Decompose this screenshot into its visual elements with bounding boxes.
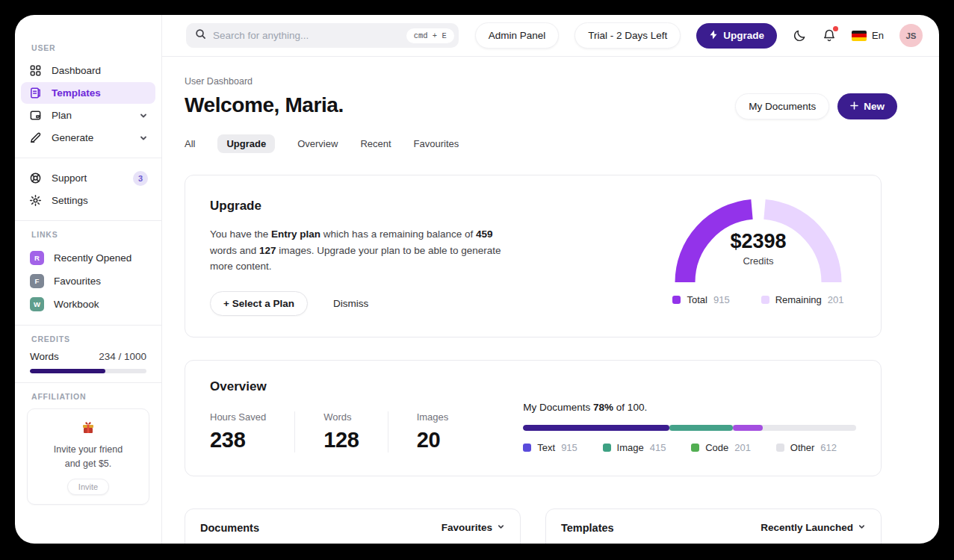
search-shortcut-badge: cmd + E	[406, 28, 454, 43]
dashboard-content: User Dashboard Welcome, Maria. My Docume…	[162, 57, 939, 544]
legend-swatch	[776, 444, 784, 452]
german-flag-icon	[852, 31, 867, 41]
overview-card-title: Overview	[210, 379, 856, 394]
sidebar-item-label: Support	[52, 172, 87, 184]
legend-item-total: Total 915	[672, 294, 729, 305]
user-avatar[interactable]: JS	[899, 24, 923, 47]
templates-card-title: Templates	[561, 522, 614, 534]
chevron-down-icon	[858, 522, 866, 533]
gauge-label: Credits	[675, 255, 842, 267]
credits-row: Words 234 / 1000	[30, 351, 146, 362]
select-plan-button[interactable]: + Select a Plan	[210, 291, 308, 316]
upgrade-card-left: Upgrade You have the Entry plan which ha…	[210, 199, 515, 316]
documents-progress: My Documents 78% of 100. Text 915	[523, 402, 856, 453]
admin-panel-button[interactable]: Admin Panel	[475, 22, 560, 49]
wallet-icon	[28, 109, 42, 122]
tab-recent[interactable]: Recent	[360, 138, 391, 149]
tab-overview[interactable]: Overview	[297, 138, 338, 149]
sidebar-divider	[15, 382, 161, 383]
documents-progress-title: My Documents 78% of 100.	[523, 402, 856, 413]
trial-badge[interactable]: Trial - 2 Days Left	[574, 22, 681, 49]
sidebar-item-label: Templates	[52, 87, 101, 99]
link-initial-badge: F	[30, 274, 44, 288]
upgrade-card-body: You have the Entry plan which has a rema…	[210, 226, 515, 275]
invite-button[interactable]: Invite	[67, 479, 109, 495]
notification-dot	[833, 26, 838, 31]
new-button[interactable]: New	[837, 93, 897, 119]
legend-swatch	[761, 296, 769, 304]
templates-card: Templates Recently Launched Blog Post Ti…	[545, 508, 882, 544]
dark-mode-moon-icon[interactable]	[793, 28, 807, 43]
legend-item-text: Text 915	[523, 442, 577, 453]
tab-all[interactable]: All	[185, 138, 195, 149]
legend-swatch	[603, 444, 611, 452]
bar-segment-code	[733, 425, 763, 431]
chevron-down-icon	[139, 134, 148, 143]
header-actions: My Documents New	[735, 93, 897, 119]
documents-card-title: Documents	[200, 522, 259, 534]
sidebar-section-links: LINKS	[31, 230, 152, 239]
chevron-down-icon	[139, 111, 148, 120]
sidebar-item-generate[interactable]: Generate	[21, 127, 155, 149]
search-placeholder: Search for anything...	[213, 30, 406, 41]
language-selector[interactable]: En	[852, 30, 884, 41]
sidebar-link-favourites[interactable]: F Favourites	[24, 270, 152, 293]
notifications-bell-icon[interactable]	[823, 28, 836, 43]
progress-legend: Text 915 Image 415 Code 20	[523, 442, 856, 453]
gauge-legend: Total 915 Remaining 201	[672, 294, 843, 305]
breadcrumb: User Dashboard	[185, 76, 882, 87]
tab-favourites[interactable]: Favourites	[414, 138, 459, 149]
bottom-row: Documents Favourites Untitled Document i…	[185, 508, 882, 544]
stat-words: Words 128	[294, 411, 388, 452]
legend-item-remaining: Remaining 201	[761, 294, 844, 305]
gauge-value: $2398	[675, 230, 842, 253]
app-window: USER Dashboard Templates Plan Generate S…	[15, 15, 939, 544]
sidebar-item-label: Settings	[52, 195, 88, 206]
sidebar-section-affiliation: AFFILIATION	[31, 392, 152, 401]
sidebar-section-user: USER	[31, 43, 152, 52]
sidebar-item-support[interactable]: Support 3	[21, 167, 155, 189]
credits-label: Words	[30, 351, 59, 362]
grid-icon	[28, 64, 42, 78]
sidebar-item-templates[interactable]: Templates	[21, 82, 155, 104]
credits-progress-fill	[30, 369, 105, 373]
language-label: En	[872, 30, 884, 41]
chevron-down-icon	[497, 522, 505, 533]
dismiss-button[interactable]: Dismiss	[333, 298, 368, 309]
legend-item-image: Image 415	[603, 442, 666, 453]
sidebar-item-plan[interactable]: Plan	[21, 105, 155, 126]
gear-icon	[28, 194, 42, 208]
link-initial-badge: R	[30, 251, 44, 265]
my-documents-button[interactable]: My Documents	[735, 93, 829, 119]
topbar-right: Admin Panel Trial - 2 Days Left Upgrade …	[475, 22, 923, 49]
sidebar-item-dashboard[interactable]: Dashboard	[21, 60, 155, 81]
sidebar-link-label: Favourites	[54, 276, 101, 287]
sidebar-item-settings[interactable]: Settings	[21, 190, 155, 211]
credits-value: 234 / 1000	[99, 351, 146, 362]
sidebar-item-label: Generate	[52, 132, 93, 143]
link-initial-badge: W	[30, 297, 44, 311]
upgrade-button[interactable]: Upgrade	[696, 23, 777, 49]
header-row: Welcome, Maria. My Documents New	[185, 93, 882, 119]
sidebar-item-label: Dashboard	[52, 65, 101, 76]
half-donut-chart: $2398 Credits	[675, 199, 842, 284]
documents-card-header: Documents Favourites	[185, 509, 520, 544]
search-icon	[195, 28, 206, 43]
upgrade-card-title: Upgrade	[210, 199, 515, 214]
support-count-badge: 3	[133, 171, 148, 186]
sidebar-link-label: Workbook	[54, 299, 99, 310]
affiliation-card: Invite your friend and get $5. Invite	[27, 408, 149, 505]
gift-icon	[81, 424, 96, 437]
main-area: Search for anything... cmd + E Admin Pan…	[162, 15, 939, 544]
tab-upgrade[interactable]: Upgrade	[217, 134, 275, 153]
lightning-icon	[709, 30, 718, 42]
sidebar-link-workbook[interactable]: W Workbook	[24, 293, 152, 316]
sidebar-item-label: Plan	[52, 110, 72, 121]
templates-filter-dropdown[interactable]: Recently Launched	[761, 522, 866, 533]
topbar: Search for anything... cmd + E Admin Pan…	[162, 15, 939, 57]
documents-filter-dropdown[interactable]: Favourites	[442, 522, 505, 533]
bar-segment-image	[669, 425, 733, 431]
sidebar-link-recently-opened[interactable]: R Recently Opened	[24, 246, 152, 270]
upgrade-card: Upgrade You have the Entry plan which ha…	[185, 175, 882, 337]
search-input[interactable]: Search for anything... cmd + E	[186, 23, 459, 48]
